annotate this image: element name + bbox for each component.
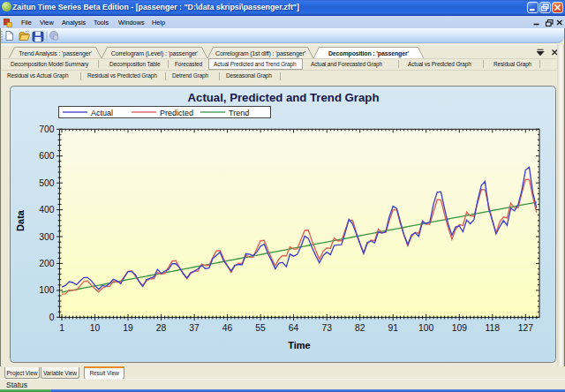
svg-text:Correlogram (1st diff) : 'pass: Correlogram (1st diff) : 'passenger' xyxy=(215,50,305,57)
svg-text:118: 118 xyxy=(486,323,501,333)
svg-text:Time: Time xyxy=(288,340,310,351)
svg-text:700: 700 xyxy=(39,124,54,134)
svg-text:Trend Analysis : 'passenger': Trend Analysis : 'passenger' xyxy=(19,50,92,57)
svg-text:37: 37 xyxy=(189,323,200,333)
svg-text:Trend: Trend xyxy=(229,109,249,117)
svg-text:200: 200 xyxy=(39,259,54,268)
svg-text:500: 500 xyxy=(39,178,54,188)
svg-text:46: 46 xyxy=(222,323,233,333)
svg-text:600: 600 xyxy=(39,151,54,161)
svg-text:10: 10 xyxy=(90,323,101,333)
svg-text:Correlogram (Level) : 'passeng: Correlogram (Level) : 'passenger' xyxy=(111,50,199,57)
svg-text:19: 19 xyxy=(123,323,133,333)
svg-text:127: 127 xyxy=(518,323,533,333)
svg-text:64: 64 xyxy=(289,323,299,333)
svg-text:0: 0 xyxy=(49,313,55,322)
svg-text:Decomposition : 'passenger': Decomposition : 'passenger' xyxy=(328,50,410,57)
svg-text:100: 100 xyxy=(418,323,433,333)
svg-text:1: 1 xyxy=(59,323,64,333)
svg-text:82: 82 xyxy=(355,323,365,333)
svg-text:Actual, Predicted and Trend Gr: Actual, Predicted and Trend Graph xyxy=(188,91,380,104)
svg-text:Actual: Actual xyxy=(91,109,113,117)
svg-text:300: 300 xyxy=(39,232,54,242)
svg-text:Predicted: Predicted xyxy=(160,109,193,117)
svg-text:Data: Data xyxy=(15,209,26,231)
svg-text:55: 55 xyxy=(255,323,266,333)
svg-text:91: 91 xyxy=(388,323,398,333)
svg-text:400: 400 xyxy=(39,205,54,215)
svg-text:100: 100 xyxy=(39,285,54,295)
svg-text:28: 28 xyxy=(156,323,167,333)
svg-text:73: 73 xyxy=(321,323,332,333)
svg-text:109: 109 xyxy=(452,323,467,333)
